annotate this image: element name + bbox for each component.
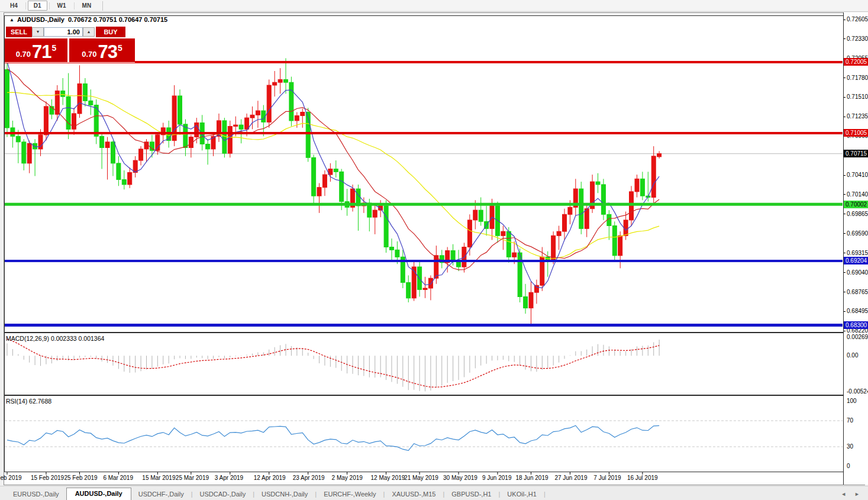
date-axis-label: 30 May 2019	[443, 475, 477, 481]
date-axis-label: 21 May 2019	[404, 475, 438, 481]
price-axis-label: 0.71780	[847, 75, 868, 81]
price-axis-tick	[844, 311, 846, 312]
date-axis-label: 15 Feb 2019	[31, 475, 64, 481]
price-axis-label: 0.68765	[847, 289, 868, 295]
date-axis-label: 6 Feb 2019	[0, 475, 22, 481]
volume-increase-button[interactable]: ▴	[83, 27, 95, 37]
sell-price-big: 71	[32, 43, 51, 61]
one-click-trade-panel: SELL ▾ 1.00 ▴ BUY 0.70 71 5 0.70 73 5	[5, 25, 135, 63]
price-axis-tick	[844, 331, 846, 331]
date-axis-label: 18 Jun 2019	[515, 475, 548, 481]
date-axis-label: 2 May 2019	[332, 475, 363, 481]
price-axis-label: 0.70140	[847, 191, 868, 198]
volume-input[interactable]: 1.00	[44, 27, 83, 37]
sell-price-quote[interactable]: 0.70 71 5	[5, 38, 67, 62]
date-axis-label: 27 Jun 2019	[554, 475, 587, 481]
price-axis-label: 0.71235	[847, 113, 868, 120]
buy-button[interactable]: BUY	[96, 27, 125, 37]
price-axis-tick	[844, 194, 846, 195]
date-axis-label: 15 Mar 2019	[142, 475, 175, 481]
rsi-axis-label: 100	[847, 398, 857, 404]
price-axis-label: 0.70410	[847, 172, 868, 178]
sell-price-prefix: 0.70	[16, 50, 31, 59]
price-axis-label: 0.69590	[847, 230, 868, 237]
price-axis-tick	[844, 292, 846, 292]
price-tag-0.70715: 0.70715	[844, 150, 868, 157]
price-axis-tick	[844, 97, 846, 98]
price-axis-tick	[844, 253, 846, 253]
date-axis-label: 12 May 2019	[371, 475, 405, 481]
date-axis-label: 25 Feb 2019	[64, 475, 97, 481]
date-axis-label: 6 Mar 2019	[103, 475, 133, 481]
price-axis[interactable]: 0.726050.723300.720550.717800.715100.712…	[843, 12, 868, 485]
rsi-axis-label: 30	[847, 443, 853, 450]
date-axis[interactable]: 6 Feb 201915 Feb 201925 Feb 20196 Mar 20…	[0, 473, 843, 485]
buy-price-pip: 5	[118, 43, 122, 53]
price-axis-tick	[844, 175, 846, 176]
trade-panel-quotes: 0.70 71 5 0.70 73 5	[5, 38, 135, 62]
price-axis-tick	[844, 20, 846, 20]
price-tag-0.68300: 0.68300	[844, 321, 868, 329]
rsi-axis-label: 0	[847, 463, 850, 469]
date-axis-label: 7 Jul 2019	[593, 475, 621, 481]
date-axis-label: 16 Jul 2019	[627, 475, 658, 481]
rsi-label: RSI(14) 62.7688	[6, 398, 51, 405]
price-axis-tick	[844, 214, 846, 214]
trading-platform-window: H4D1W1MN ▲AUDUSD-,Daily0.70672 0.70751 0…	[0, 0, 868, 500]
buy-price-quote[interactable]: 0.70 73 5	[69, 38, 135, 62]
date-axis-label: 3 Apr 2019	[215, 475, 243, 481]
price-axis-label: 0.68495	[847, 308, 868, 314]
sell-price-pip: 5	[52, 43, 57, 53]
price-axis-label: 0.69315	[847, 250, 868, 256]
buy-price-prefix: 0.70	[82, 50, 96, 59]
price-axis-tick	[844, 78, 846, 78]
price-tag-0.71005: 0.71005	[844, 129, 868, 137]
macd-axis-label: -0.005242	[847, 388, 868, 395]
price-chart	[0, 0, 868, 500]
date-axis-label: 9 Jun 2019	[482, 475, 512, 481]
price-axis-label: 0.69040	[847, 269, 868, 276]
chart-symbol-label: AUDUSD-,Daily	[17, 16, 64, 23]
macd-axis-label: 0.00	[847, 352, 858, 359]
date-axis-label: 25 Mar 2019	[176, 475, 209, 481]
price-axis-label: 0.69865	[847, 211, 868, 217]
chart-title: ▲AUDUSD-,Daily0.70672 0.70751 0.70647 0.…	[9, 16, 167, 23]
buy-price-big: 73	[98, 43, 117, 61]
volume-decrease-button[interactable]: ▾	[32, 27, 44, 37]
price-axis-tick	[844, 272, 846, 273]
price-axis-label: 0.72330	[847, 36, 868, 42]
macd-label: MACD(12,26,9) 0.002333 0.001364	[6, 335, 104, 342]
date-axis-label: 23 Apr 2019	[293, 475, 325, 481]
price-axis-tick	[844, 117, 846, 117]
sell-button[interactable]: SELL	[6, 27, 32, 37]
chart-ohlc-values: 0.70672 0.70751 0.70647 0.70715	[68, 16, 167, 23]
price-axis-tick	[844, 233, 846, 234]
price-tag-0.70002: 0.70002	[844, 201, 868, 208]
rsi-axis-label: 70	[847, 417, 853, 424]
collapse-triangle-icon: ▲	[9, 17, 14, 22]
price-tag-0.72005: 0.72005	[844, 58, 868, 66]
price-tag-0.69204: 0.69204	[844, 257, 868, 264]
trade-panel-controls: SELL ▾ 1.00 ▴ BUY	[5, 26, 135, 38]
price-axis-label: 0.71510	[847, 93, 868, 100]
price-axis-label: 0.72605	[847, 16, 868, 22]
macd-axis-label: 0.002694	[847, 334, 868, 340]
date-axis-label: 12 Apr 2019	[254, 475, 286, 481]
price-axis-tick	[844, 38, 846, 39]
